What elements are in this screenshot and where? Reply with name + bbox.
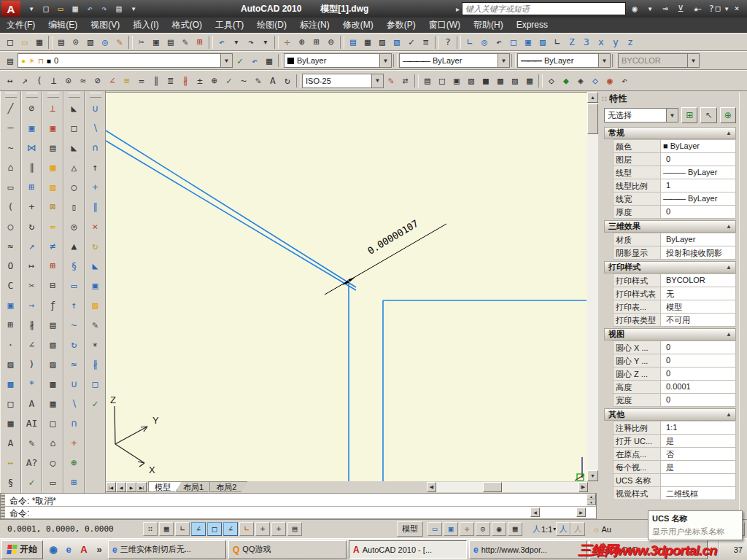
property-value[interactable]: 0 <box>661 153 736 166</box>
property-value[interactable]: 模型 <box>661 300 736 314</box>
select-objects-icon[interactable]: ↖ <box>700 107 716 123</box>
dropdown-arrow-icon[interactable]: ▼ <box>379 54 391 67</box>
property-value[interactable]: 0 <box>661 354 736 368</box>
minimize-button[interactable]: — <box>692 2 706 14</box>
property-value[interactable]: 无 <box>661 287 736 300</box>
communication-center-icon[interactable]: ⊻ <box>674 2 687 15</box>
toggle-pickadd-icon[interactable]: ⊞ <box>681 107 697 123</box>
dimension-break-icon[interactable]: ∦ <box>178 74 193 88</box>
open-icon[interactable]: ▭ <box>18 35 32 50</box>
save-icon[interactable]: ▦ <box>32 35 47 50</box>
send-to-back-icon[interactable]: ▧ <box>45 336 61 352</box>
intersect-icon[interactable]: ∩ <box>88 139 104 155</box>
move-icon[interactable]: + <box>24 198 40 214</box>
line-icon[interactable]: ╱ <box>3 100 19 116</box>
toolbar-grip[interactable] <box>90 93 101 98</box>
clip-viewport-icon[interactable]: ▭ <box>45 474 61 490</box>
copy-icon[interactable]: ▣ <box>24 120 40 136</box>
close-button[interactable]: × <box>729 2 744 14</box>
auto-annotation-scale-icon[interactable]: 人 <box>570 522 585 536</box>
mirror-icon[interactable]: ⋈ <box>24 139 40 155</box>
quickcalc-icon[interactable]: ≡ <box>419 35 433 50</box>
redo-arrow-icon[interactable]: ▾ <box>258 35 273 50</box>
hatch-icon[interactable]: ▨ <box>3 356 19 372</box>
scroll-right-button[interactable]: ▶ <box>578 482 588 492</box>
ucs-z-rotate-icon[interactable]: z <box>623 35 638 50</box>
copy-icon[interactable]: ▣ <box>149 35 163 50</box>
command-scroll-left-button[interactable]: ◀ <box>530 508 540 517</box>
sheet-set-manager-icon[interactable]: ▧ <box>390 35 404 50</box>
copy-faces-icon[interactable]: ▣ <box>88 277 104 293</box>
task-3dportal-site[interactable]: e http://www.3dpor... <box>469 540 587 559</box>
imprint-icon[interactable]: ✎ <box>88 316 104 332</box>
collapse-arrow-icon[interactable]: ▲ <box>726 130 732 136</box>
dropdown-arrow-icon[interactable]: ▼ <box>371 74 383 88</box>
shell-icon[interactable]: □ <box>88 376 104 392</box>
zoom-window-icon[interactable]: ⊞ <box>309 35 324 50</box>
quick-select-icon[interactable]: ⊕ <box>720 107 736 123</box>
revolve-icon[interactable]: ↻ <box>66 336 82 352</box>
extend-icon[interactable]: → <box>24 297 40 313</box>
union-icon[interactable]: ∪ <box>88 100 104 116</box>
section-header[interactable]: 打印样式▲ <box>604 261 736 273</box>
section-header[interactable]: 三维效果▲ <box>604 220 736 233</box>
dropdown-arrow-icon[interactable]: ▼ <box>666 109 678 122</box>
task-autocad-2010[interactable]: A AutoCAD 2010 - [... <box>349 540 467 559</box>
property-value[interactable]: 0 <box>661 368 736 381</box>
vertical-scroll-thumb[interactable] <box>587 104 598 134</box>
orbit-center-icon[interactable]: ◇ <box>588 74 603 88</box>
palette-title-bar[interactable]: ∷ 特性 <box>600 92 739 105</box>
palette-grip-icon[interactable]: ∷ <box>602 95 605 103</box>
selection-combo[interactable]: 无选择 ▼ <box>604 108 678 122</box>
dim-constraint-hide-icon[interactable]: ≠ <box>45 238 61 254</box>
menu-item[interactable]: 修改(M) <box>336 18 380 33</box>
offset-faces-icon[interactable]: ∥ <box>88 198 104 214</box>
next-tab-button[interactable]: ▶ <box>126 482 136 492</box>
match-properties-icon[interactable]: ✎ <box>178 35 193 50</box>
swivel-icon[interactable]: ↶ <box>617 74 632 88</box>
subtract-icon[interactable]: ∖ <box>88 120 104 136</box>
zoom-realtime-icon[interactable]: ⊕ <box>295 35 309 50</box>
color-combo[interactable]: ByLayer ▼ <box>284 53 392 68</box>
offset-icon[interactable]: ∥ <box>24 159 40 175</box>
intersect-icon[interactable]: ∩ <box>66 415 82 431</box>
break-icon[interactable]: ∦ <box>24 316 40 332</box>
dropdown-arrow-icon[interactable]: ▼ <box>598 54 610 67</box>
bring-to-front-icon[interactable]: ▤ <box>45 316 61 332</box>
vertical-scrollbar[interactable]: ▲ ▼ <box>587 92 598 481</box>
box-icon[interactable]: □ <box>66 120 82 136</box>
autocad-logo-icon[interactable]: A <box>1 1 20 17</box>
block-editor-icon[interactable]: ⊞ <box>193 35 207 50</box>
polyline-icon[interactable]: ~ <box>3 139 19 155</box>
torus-icon[interactable]: ◎ <box>66 218 82 234</box>
help-icon[interactable]: ? <box>441 35 455 50</box>
vs-shaded-icon[interactable]: ▨ <box>508 74 522 88</box>
ucs-zaxis-icon[interactable]: Z <box>565 35 579 50</box>
jogged-dimension-icon[interactable]: ≈ <box>76 74 90 88</box>
task-qq-games[interactable]: Q QQ游戏 <box>228 540 347 559</box>
hide-constraints-icon[interactable]: ▦ <box>45 159 61 175</box>
find-text-icon[interactable]: A? <box>24 454 40 470</box>
layer-combo[interactable]: ●☀⊓■ 0 ▼ <box>18 53 233 68</box>
toolbar-grip[interactable] <box>26 93 38 98</box>
separate-icon[interactable]: ∦ <box>88 356 104 372</box>
vs-3d-wireframe-icon[interactable]: ▧ <box>464 74 479 88</box>
free-orbit-icon[interactable]: ◆ <box>559 74 573 88</box>
parameters-manager-icon[interactable]: ƒ <box>45 297 61 313</box>
section-header[interactable]: 常规▲ <box>604 127 736 139</box>
plot-preview-icon[interactable]: ⊙ <box>69 35 83 50</box>
continue-dimension-icon[interactable]: ∥ <box>149 74 163 88</box>
angular-dimension-icon[interactable]: ∠ <box>105 74 120 88</box>
vs-2d-wireframe-icon[interactable]: □ <box>435 74 449 88</box>
sphere-icon[interactable]: ○ <box>66 179 82 195</box>
quick-dimension-icon[interactable]: ≡ <box>120 74 134 88</box>
menu-item[interactable]: 窗口(W) <box>422 18 467 33</box>
insert-block-icon[interactable]: ▣ <box>3 297 19 313</box>
cylinder-icon[interactable]: ▯ <box>66 198 82 214</box>
workspace-switch-control[interactable]: ☼ Au <box>592 525 611 534</box>
ucs-x-rotate-icon[interactable]: x <box>594 35 608 50</box>
wedge-icon[interactable]: ◣ <box>66 139 82 155</box>
property-value[interactable]: 是 <box>661 461 736 474</box>
open-icon[interactable]: ▭ <box>54 2 67 15</box>
linetype-combo[interactable]: ———— ByLayer ▼ <box>399 53 510 68</box>
